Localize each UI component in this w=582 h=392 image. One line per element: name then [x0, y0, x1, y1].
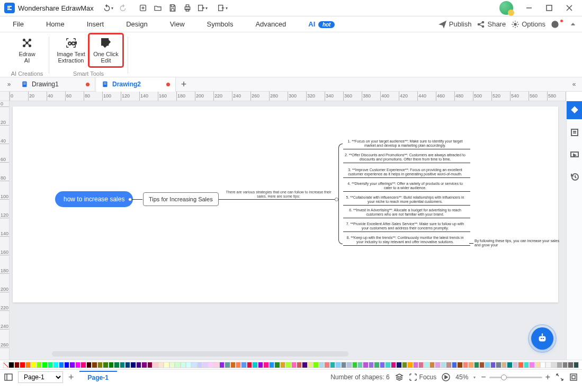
color-swatch[interactable]	[346, 362, 352, 368]
color-swatch[interactable]	[175, 362, 180, 368]
mindmap-tip[interactable]: 6. **Invest in Advertising**: Allocate a…	[344, 208, 466, 217]
color-swatch[interactable]	[252, 362, 257, 368]
zoom-slider[interactable]: − +	[481, 372, 550, 382]
presentation-tool[interactable]	[567, 146, 583, 164]
mindmap-tip[interactable]: 7. **Provide Excellent After-Sales Servi…	[344, 222, 466, 231]
zoom-out-button[interactable]: −	[481, 372, 486, 382]
close-button[interactable]	[561, 1, 578, 15]
color-swatch[interactable]	[153, 362, 158, 368]
color-swatch[interactable]	[169, 362, 175, 368]
mindmap-tip[interactable]: 4. **Diversify your offerings**: Offer a…	[344, 182, 466, 191]
color-swatch[interactable]	[324, 362, 329, 368]
mindmap-tip[interactable]: 8. **Keep up with the trends**: Continuo…	[344, 236, 466, 245]
save-button[interactable]	[166, 2, 180, 14]
color-swatch[interactable]	[202, 362, 208, 368]
menu-ai[interactable]: AI hot	[305, 18, 338, 30]
color-swatch[interactable]	[518, 362, 523, 368]
mindmap-node[interactable]: Tips for Increasing Sales	[143, 192, 219, 206]
color-swatch[interactable]	[230, 362, 236, 368]
color-swatch[interactable]	[363, 362, 368, 368]
print-button[interactable]	[181, 2, 194, 14]
color-swatch[interactable]	[385, 362, 390, 368]
edraw-ai-button[interactable]: EdrawAI	[11, 34, 43, 66]
new-button[interactable]	[136, 2, 150, 14]
zoom-in-button[interactable]: +	[545, 372, 550, 382]
color-swatch[interactable]	[374, 362, 379, 368]
zoom-dropdown[interactable]: ▾	[473, 375, 476, 380]
tabs-expand-left[interactable]: »	[3, 78, 15, 90]
menu-symbols[interactable]: Symbols	[204, 18, 237, 30]
focus-button[interactable]: Focus	[409, 373, 437, 381]
color-swatch[interactable]	[125, 362, 130, 368]
color-swatch[interactable]	[297, 362, 302, 368]
color-swatch[interactable]	[263, 362, 268, 368]
color-swatch[interactable]	[31, 362, 36, 368]
color-swatch[interactable]	[308, 362, 313, 368]
color-swatch[interactable]	[319, 362, 324, 368]
color-swatch[interactable]	[136, 362, 141, 368]
color-swatch[interactable]	[109, 362, 114, 368]
color-swatch[interactable]	[120, 362, 125, 368]
color-swatch[interactable]	[479, 362, 485, 368]
color-swatch[interactable]	[14, 362, 20, 368]
connector-handle[interactable]	[128, 198, 132, 201]
color-swatch[interactable]	[413, 362, 418, 368]
color-swatch[interactable]	[208, 362, 213, 368]
color-swatch[interactable]	[219, 362, 225, 368]
menu-advanced[interactable]: Advanced	[252, 18, 289, 30]
color-swatch[interactable]	[80, 362, 86, 368]
color-swatch[interactable]	[48, 362, 53, 368]
fit-page-button[interactable]	[556, 373, 564, 381]
options-button[interactable]: Options	[511, 20, 545, 29]
color-swatch[interactable]	[114, 362, 119, 368]
color-swatch[interactable]	[191, 362, 196, 368]
mindmap-tip[interactable]: 2. **Offer Discounts and Promotions**: C…	[344, 153, 466, 162]
color-swatch[interactable]	[335, 362, 341, 368]
color-swatch[interactable]	[92, 362, 97, 368]
color-swatch[interactable]	[186, 362, 191, 368]
color-swatch[interactable]	[435, 362, 440, 368]
color-swatch[interactable]	[568, 362, 573, 368]
page-tool[interactable]	[567, 123, 583, 141]
color-swatch[interactable]	[429, 362, 435, 368]
connector-handle[interactable]	[335, 198, 338, 201]
page-panel-toggle[interactable]	[4, 373, 13, 381]
color-swatch[interactable]	[20, 362, 25, 368]
doc-tab-2[interactable]: Drawing2	[96, 77, 176, 92]
color-swatch[interactable]	[490, 362, 496, 368]
color-swatch[interactable]	[529, 362, 534, 368]
collapse-ribbon-button[interactable]	[569, 21, 577, 28]
color-swatch[interactable]	[197, 362, 202, 368]
canvas[interactable]: how to increase sales Tips for Increasin…	[10, 101, 566, 360]
color-swatch[interactable]	[158, 362, 164, 368]
color-swatch[interactable]	[247, 362, 252, 368]
page-selector[interactable]: Page-1	[18, 371, 63, 383]
color-swatch[interactable]	[37, 362, 42, 368]
new-tab-button[interactable]: +	[177, 77, 191, 91]
color-swatch[interactable]	[535, 362, 540, 368]
mindmap-tip[interactable]: 3. **Improve Customer Experience**: Focu…	[344, 168, 466, 177]
no-fill-swatch[interactable]	[3, 362, 8, 368]
color-swatch[interactable]	[524, 362, 529, 368]
maximize-button[interactable]	[541, 1, 558, 15]
color-swatch[interactable]	[42, 362, 47, 368]
color-swatch[interactable]	[213, 362, 219, 368]
color-swatch[interactable]	[330, 362, 335, 368]
color-swatch[interactable]	[130, 362, 136, 368]
color-swatch[interactable]	[468, 362, 473, 368]
color-swatch[interactable]	[551, 362, 557, 368]
color-swatch[interactable]	[75, 362, 80, 368]
mindmap-note[interactable]: There are various strategies that one ca…	[221, 190, 336, 199]
doc-tab-1[interactable]: Drawing1	[16, 77, 95, 92]
color-swatch[interactable]	[396, 362, 401, 368]
color-swatch[interactable]	[141, 362, 147, 368]
user-avatar[interactable]	[499, 1, 513, 15]
menu-home[interactable]: Home	[43, 18, 68, 30]
color-swatch[interactable]	[380, 362, 385, 368]
color-swatch[interactable]	[557, 362, 562, 368]
image-text-extraction-button[interactable]: OCR Image TextExtraction	[55, 34, 87, 66]
color-swatch[interactable]	[574, 362, 579, 368]
mindmap-summary[interactable]: By following these tips, you can increas…	[474, 239, 559, 247]
presentation-button[interactable]	[442, 373, 450, 381]
color-swatch[interactable]	[285, 362, 291, 368]
